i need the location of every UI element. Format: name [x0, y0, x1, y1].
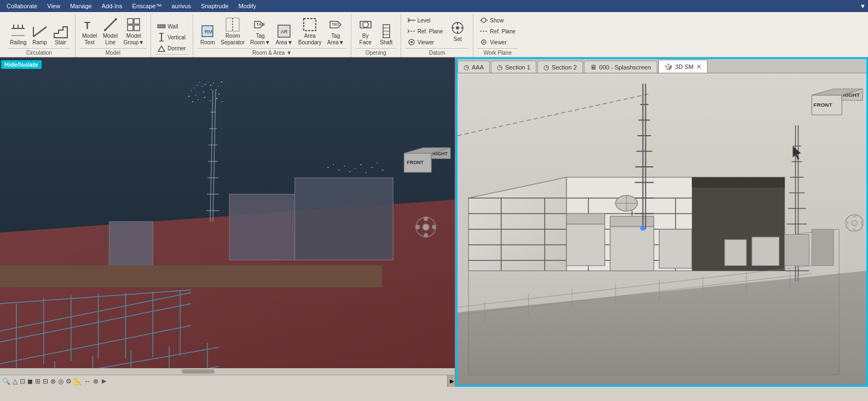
work-viewer-label: Viewer [490, 39, 506, 45]
tab-3dsm-right[interactable]: 🎲 3D SM ✕ [658, 60, 708, 73]
level-button[interactable]: Level [406, 15, 445, 25]
stair-button[interactable]: Stair [51, 22, 71, 47]
viewport-left[interactable]: 📄 PLAN SM ◷ AAA ◷ Section 1 ◷ Section 2 … [0, 57, 456, 387]
status-icon-11[interactable]: ↔ [84, 377, 91, 385]
svg-rect-115 [355, 168, 355, 169]
svg-rect-84 [218, 86, 219, 87]
railing-button[interactable]: Railing [8, 22, 29, 47]
svg-rect-77 [199, 82, 200, 83]
dormer-button[interactable]: Dormer [155, 43, 188, 53]
ref-plane-label: Ref. Plane [418, 28, 443, 34]
status-icon-1[interactable]: 🔍 [2, 377, 10, 385]
by-face-button[interactable]: ByFace [356, 16, 375, 47]
set-button[interactable]: Set [447, 15, 468, 47]
status-icon-6[interactable]: ⊟ [43, 377, 48, 385]
menu-manage[interactable]: Manage [66, 2, 96, 10]
viewer-button[interactable]: Viewer [406, 37, 445, 47]
vertical-button[interactable]: Vertical [155, 32, 188, 42]
nav-arrow-right[interactable]: ▶ [447, 375, 456, 387]
section1-right-icon: ◷ [497, 63, 502, 71]
railing-icon [10, 24, 26, 39]
datum-buttons: Level Ref. Plane Viewer [406, 14, 469, 48]
svg-rect-119 [377, 162, 377, 164]
svg-point-52 [483, 42, 485, 43]
svg-point-205 [845, 221, 849, 225]
model-group-button[interactable]: ModelGroup▼ [121, 16, 147, 47]
model-text-button[interactable]: T ModelText [80, 16, 100, 47]
tab-3dsm-right-close[interactable]: ✕ [696, 63, 702, 70]
show-button[interactable]: Show [478, 15, 517, 25]
tab-splashscreen-right[interactable]: 🖥 000 - Splashscreen [584, 61, 657, 73]
status-icon-3[interactable]: ⊡ [20, 377, 25, 385]
menu-view[interactable]: View [43, 2, 65, 10]
work-viewer-button[interactable]: Viewer [478, 37, 517, 47]
svg-rect-96 [222, 101, 222, 102]
tab-section1-right-label: Section 1 [505, 64, 530, 71]
tab-aaa-right[interactable]: ◷ AAA [458, 61, 490, 73]
quick-access[interactable]: ▼ [860, 3, 866, 9]
menu-snaptrude[interactable]: Snaptrude [196, 2, 233, 10]
viewport-3d-background[interactable]: FRONT RIGHT [0, 57, 455, 375]
ribbon-group-wall: Wall Vertical Dormer [151, 14, 193, 57]
menu-aurivus[interactable]: aurivus [167, 2, 195, 10]
svg-rect-76 [196, 85, 198, 86]
shaft-button[interactable]: Shaft [377, 22, 396, 47]
tag-area-button[interactable]: TAG TagArea▼ [325, 16, 346, 47]
status-icon-4[interactable]: ◼ [27, 377, 33, 385]
tab-section2-right[interactable]: ◷ Section 2 [537, 61, 583, 73]
status-icon-9[interactable]: ⚙ [66, 377, 72, 385]
ribbon-group-circulation: Railing Ramp Stair Circulation [3, 14, 76, 57]
status-icon-10[interactable]: 📐 [74, 377, 82, 385]
status-icon-2[interactable]: △ [13, 377, 18, 385]
svg-rect-78 [202, 86, 202, 87]
opening-buttons: ByFace Shaft [356, 14, 396, 48]
room-area-buttons: RM Room RoomSeparator TAG TagRoom▼ [198, 14, 346, 48]
shaft-icon [379, 24, 394, 39]
ribbon-content: Railing Ramp Stair Circulation [0, 12, 868, 57]
svg-rect-80 [207, 82, 208, 83]
status-icon-7[interactable]: ⊗ [50, 377, 56, 385]
menu-addins[interactable]: Add-Ins [97, 2, 127, 10]
status-icon-12[interactable]: ⊗ [93, 377, 99, 385]
level-label: Level [418, 18, 431, 24]
svg-rect-113 [344, 166, 344, 167]
area-boundary-button[interactable]: AreaBoundary [296, 16, 324, 47]
menu-modify[interactable]: Modify [234, 2, 261, 10]
hide-isolate-badge: Hide/Isolate [1, 60, 42, 69]
status-icon-5[interactable]: ⊞ [35, 377, 40, 385]
menu-collaborate[interactable]: Collaborate [2, 2, 42, 10]
svg-rect-74 [191, 90, 192, 91]
scrollbar-horizontal[interactable] [0, 368, 455, 375]
svg-point-131 [423, 224, 429, 230]
work-ref-plane-button[interactable]: Ref. Plane [478, 26, 517, 36]
tab-3dsm-right-label: 3D SM [675, 63, 694, 70]
menu-enscape[interactable]: Enscape™ [128, 2, 166, 10]
area-button[interactable]: AR Area▼ [274, 22, 295, 47]
model-group-icon [126, 17, 141, 32]
room-separator-button[interactable]: RoomSeparator [218, 16, 247, 47]
svg-rect-114 [349, 171, 350, 172]
tag-area-icon: TAG [328, 17, 343, 32]
datum-group-label: Datum [406, 48, 469, 57]
status-icon-8[interactable]: ◎ [58, 377, 63, 385]
model-line-button[interactable]: ModelLine [101, 16, 120, 47]
area-icon: AR [276, 24, 292, 39]
scrollbar-thumb[interactable] [182, 369, 215, 374]
svg-rect-151 [610, 226, 654, 271]
ramp-button[interactable]: Ramp [30, 22, 50, 47]
svg-rect-91 [192, 101, 193, 102]
room-label: Room [200, 39, 215, 46]
ref-plane-button[interactable]: Ref. Plane [406, 26, 445, 36]
building-3d-view[interactable]: FRONT RIGHT [458, 73, 866, 385]
model-line-icon [103, 17, 118, 32]
viewport-right[interactable]: ◷ AAA ◷ Section 1 ◷ Section 2 🖥 000 - Sp… [456, 57, 868, 387]
wall-button[interactable]: Wall [155, 21, 188, 31]
tab-section1-right[interactable]: ◷ Section 1 [491, 61, 536, 73]
section2-right-icon: ◷ [543, 63, 549, 71]
svg-text:TAG: TAG [332, 22, 339, 26]
svg-rect-11 [134, 25, 140, 31]
room-button[interactable]: RM Room [198, 22, 217, 47]
ribbon-group-datum: Level Ref. Plane Viewer [401, 14, 474, 57]
work-viewer-icon [479, 38, 488, 47]
tag-room-button[interactable]: TAG TagRoom▼ [248, 16, 273, 47]
